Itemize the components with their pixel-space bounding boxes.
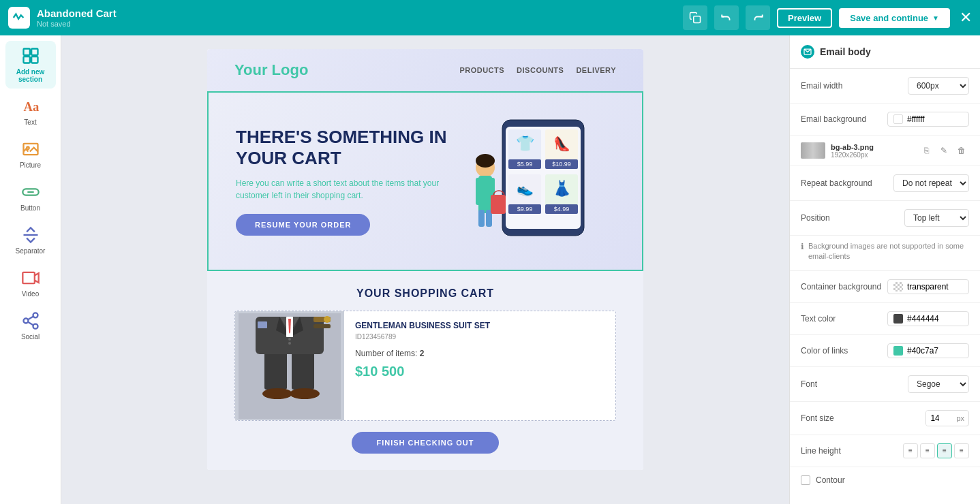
cart-item-image (235, 311, 344, 420)
cart-item[interactable]: GENTLEMAN BUSINESS SUIT SET ID123456789 … (234, 311, 616, 421)
sidebar-item-social[interactable]: Social (5, 306, 56, 346)
svg-rect-52 (258, 321, 267, 328)
svg-rect-11 (22, 272, 35, 283)
sidebar-item-text[interactable]: Aa Text (5, 91, 56, 131)
left-sidebar: Add new section Aa Text Picture Button (0, 35, 61, 504)
svg-text:👟: 👟 (517, 180, 534, 197)
line-height-btn-4[interactable]: ≡ (954, 443, 969, 458)
email-bg-field: Email background #ffffff (790, 104, 980, 136)
bg-image-actions: ⎘ ✎ 🗑 (919, 143, 969, 158)
sidebar-item-label: Text (24, 119, 36, 126)
svg-rect-57 (313, 324, 331, 328)
email-bg-color-value: #ffffff (907, 114, 925, 124)
svg-text:👠: 👠 (553, 136, 570, 152)
line-height-btn-1[interactable]: ≡ (903, 443, 918, 458)
line-height-field: Line height ≡ ≡ ≡ ≡ (790, 435, 980, 467)
line-height-controls: ≡ ≡ ≡ ≡ (903, 443, 969, 458)
container-bg-color-input[interactable]: transparent (887, 279, 969, 294)
bg-image-delete-btn[interactable]: 🗑 (954, 143, 969, 158)
cart-section-title: YOUR SHOPPING CART (234, 287, 616, 300)
cart-item-details: GENTLEMAN BUSINESS SUIT SET ID123456789 … (344, 311, 615, 420)
bg-image-row: bg-ab-3.png 1920x260px ⎘ ✎ 🗑 (790, 136, 980, 166)
text-color-field: Text color #444444 (790, 303, 980, 335)
info-note-text: Background images are not supported in s… (808, 241, 969, 262)
sidebar-item-add-section[interactable]: Add new section (5, 41, 56, 89)
undo-button[interactable] (714, 5, 739, 30)
links-color-label: Color of links (801, 346, 848, 356)
svg-line-15 (28, 322, 33, 326)
svg-rect-4 (31, 57, 37, 63)
svg-rect-37 (476, 178, 481, 205)
svg-rect-2 (31, 49, 37, 55)
contour-row: Contour (790, 467, 980, 493)
svg-text:Aa: Aa (23, 99, 39, 114)
line-height-btn-2[interactable]: ≡ (920, 443, 935, 458)
svg-point-13 (23, 319, 28, 324)
font-size-unit: px (956, 414, 968, 422)
svg-rect-3 (23, 57, 29, 63)
checkout-btn-wrap: FINISH CHECKING OUT (234, 432, 616, 454)
cart-item-qty: Number of items: 2 (355, 349, 604, 358)
email-width-label: Email width (801, 81, 842, 91)
copy-button[interactable] (683, 5, 707, 30)
contour-checkbox[interactable] (801, 475, 810, 485)
close-button[interactable]: ✕ (960, 9, 972, 27)
svg-rect-0 (694, 16, 701, 23)
line-height-btn-3[interactable]: ≡ (937, 443, 952, 458)
bg-image-name: bg-ab-3.png (831, 143, 913, 151)
right-panel-header: Email body (790, 35, 980, 69)
email-width-field: Email width 600px400px500px700px800px (790, 69, 980, 104)
svg-text:$5.99: $5.99 (517, 161, 533, 168)
email-bg-color-input[interactable]: #ffffff (887, 112, 969, 127)
bg-image-preview (801, 142, 825, 159)
repeat-bg-select[interactable]: Do not repeatRepeatRepeat XRepeat Y (893, 174, 969, 192)
text-color-input[interactable]: #444444 (887, 311, 969, 326)
font-size-input-wrap: px (925, 410, 969, 426)
sidebar-item-video[interactable]: Video (5, 263, 56, 303)
sidebar-item-label: Add new section (8, 68, 53, 83)
sidebar-item-button[interactable]: Button (5, 177, 56, 217)
canvas-area: Your Logo PRODUCTS DISCOUNTS DELIVERY TH… (61, 35, 789, 504)
topbar-title: Abandoned Cart Not saved (37, 7, 117, 28)
font-select[interactable]: SegoeArialGeorgiaVerdana (908, 375, 969, 393)
font-size-input[interactable] (926, 411, 953, 426)
transparent-swatch (893, 282, 903, 292)
svg-point-53 (288, 338, 291, 341)
text-color-swatch (893, 314, 903, 324)
text-color-value: #444444 (907, 314, 939, 324)
svg-rect-1 (23, 49, 29, 55)
email-logo: Your Logo (234, 61, 308, 79)
svg-point-56 (324, 316, 331, 323)
sidebar-item-separator[interactable]: Separator (5, 220, 56, 260)
sidebar-item-label: Picture (20, 161, 41, 169)
sidebar-item-label: Video (22, 290, 39, 298)
email-width-select[interactable]: 600px400px500px700px800px (908, 77, 969, 95)
sidebar-item-label: Button (20, 204, 40, 212)
links-color-swatch (893, 346, 903, 356)
svg-point-12 (33, 313, 37, 317)
position-label: Position (801, 213, 830, 223)
svg-text:👕: 👕 (516, 134, 535, 153)
sidebar-item-picture[interactable]: Picture (5, 134, 56, 174)
links-color-field: Color of links #40c7a7 (790, 335, 980, 367)
repeat-bg-label: Repeat background (801, 178, 872, 188)
preview-button[interactable]: Preview (777, 8, 832, 28)
svg-point-42 (476, 154, 495, 168)
svg-rect-39 (478, 210, 485, 227)
svg-point-54 (288, 342, 291, 345)
nav-delivery: DELIVERY (576, 66, 616, 74)
hero-title: THERE'S SOMETHING IN YOUR CART (236, 127, 451, 169)
save-continue-button[interactable]: Save and continue ▼ (839, 8, 950, 28)
svg-text:$10.99: $10.99 (552, 161, 571, 168)
position-select[interactable]: Top leftTop centerTop rightCenter (904, 209, 969, 227)
bg-image-edit-btn[interactable]: ✎ (936, 143, 951, 158)
bg-image-copy-btn[interactable]: ⎘ (919, 143, 934, 158)
links-color-input[interactable]: #40c7a7 (887, 343, 969, 358)
hero-section[interactable]: THERE'S SOMETHING IN YOUR CART Here you … (207, 91, 643, 271)
save-dropdown-arrow: ▼ (932, 14, 939, 22)
redo-button[interactable] (746, 5, 770, 30)
resume-order-button[interactable]: RESUME YOUR ORDER (236, 214, 370, 236)
font-size-field: Font size px (790, 402, 980, 435)
repeat-bg-field: Repeat background Do not repeatRepeatRep… (790, 166, 980, 201)
checkout-button[interactable]: FINISH CHECKING OUT (352, 432, 498, 454)
